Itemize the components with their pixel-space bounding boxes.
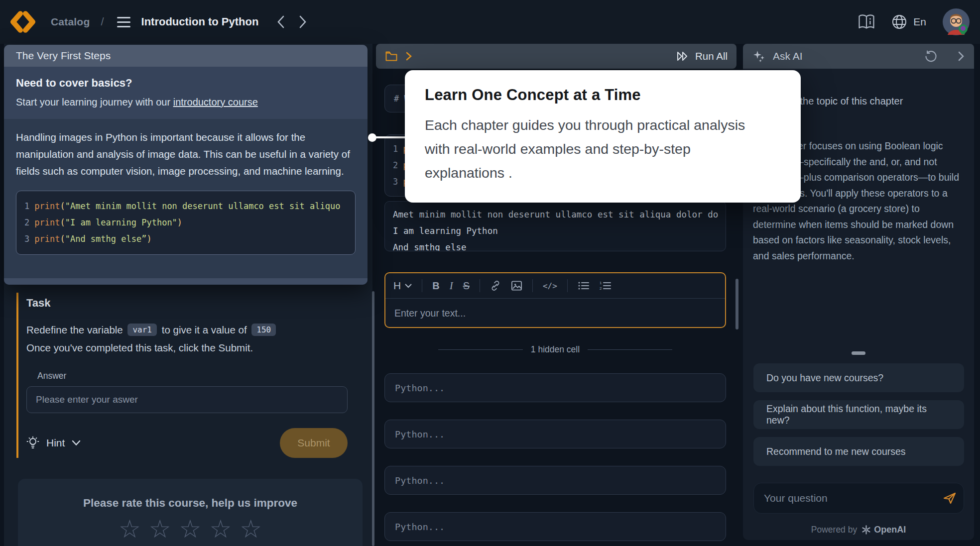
- brand-logo-icon[interactable]: [9, 10, 37, 33]
- notebook-scrollbar[interactable]: [735, 279, 738, 329]
- cell-output: Amet minim mollit non deserunt ullamco e…: [384, 201, 726, 251]
- basics-heading: Need to cover basics?: [16, 77, 356, 90]
- image-icon[interactable]: [511, 280, 522, 291]
- suggestion-chip[interactable]: Recommend to me new courses: [753, 437, 964, 466]
- theory-panel-scrollbar[interactable]: [372, 291, 374, 546]
- suggestion-chip[interactable]: Do you have new courses?: [753, 363, 964, 392]
- editor-toolbar: H B I S </>: [385, 273, 725, 299]
- var-chip: var1: [127, 324, 157, 336]
- language-switcher[interactable]: En: [891, 14, 926, 30]
- notebook-empty-cell[interactable]: Python...: [384, 420, 726, 448]
- drag-handle[interactable]: [852, 351, 865, 355]
- folder-icon[interactable]: [385, 50, 398, 62]
- notebook-toolbar: Run All: [376, 44, 736, 69]
- hidden-cell-divider[interactable]: 1 hidden cell: [384, 344, 726, 355]
- star-icon[interactable]: ☆: [119, 517, 141, 542]
- star-icon[interactable]: ☆: [209, 517, 232, 542]
- tour-connector-line: [371, 136, 405, 138]
- task-instruction: Redefine the variable var1 to give it a …: [26, 324, 365, 336]
- rich-text-editor: H B I S </>: [384, 272, 726, 328]
- output-line: Amet minim mollit non deserunt ullamco e…: [393, 207, 718, 223]
- chapters-menu-icon[interactable]: [117, 17, 130, 27]
- task-heading: Task: [26, 297, 365, 310]
- notebook-empty-cell[interactable]: Python...: [384, 466, 726, 495]
- breadcrumb-catalog[interactable]: Catalog: [51, 16, 90, 28]
- tour-connector-dot: [368, 133, 376, 142]
- course-rating-card: Please rate this course, help us improve…: [18, 479, 363, 546]
- task-section: Task Redefine the variable var1 to give …: [16, 293, 365, 458]
- hint-label: Hint: [46, 437, 65, 449]
- bullet-list-icon[interactable]: [578, 281, 590, 291]
- prev-chapter-button[interactable]: [275, 15, 286, 29]
- output-line: I am learning Python: [393, 223, 718, 239]
- card-footer-strip: [4, 278, 368, 285]
- next-chapter-button[interactable]: [297, 15, 308, 29]
- code-block-button[interactable]: </>: [543, 281, 557, 291]
- notebook-empty-cell[interactable]: Python...: [384, 373, 726, 402]
- task-instruction-2: Once you've completed this task, click t…: [26, 342, 365, 354]
- answer-label: Answer: [37, 371, 365, 381]
- rating-heading: Please rate this course, help us improve: [18, 497, 363, 510]
- editor-text-input[interactable]: [385, 299, 725, 328]
- code-line: 3print("And smthg else”): [24, 231, 347, 247]
- top-bar: Catalog / Introduction to Python: [0, 0, 980, 44]
- hint-button[interactable]: Hint: [26, 436, 81, 450]
- globe-icon: [891, 14, 907, 30]
- code-line: 2print("I am learning Python"): [24, 215, 347, 231]
- breadcrumb-separator: /: [101, 15, 104, 28]
- tooltip-body: Each chapter guides you through practica…: [425, 113, 773, 185]
- value-chip: 150: [251, 324, 276, 336]
- basics-callout: Need to cover basics? Start your learnin…: [4, 67, 368, 119]
- code-line: 1print("Amet minim mollit non deserunt u…: [24, 198, 347, 215]
- theory-code-block: 1print("Amet minim mollit non deserunt u…: [16, 191, 356, 255]
- numbered-list-icon[interactable]: 1 2: [600, 281, 612, 291]
- star-icon[interactable]: ☆: [179, 517, 202, 542]
- avatar[interactable]: [942, 8, 970, 36]
- collapse-panel-icon[interactable]: [957, 51, 965, 62]
- glossary-book-icon[interactable]: [858, 14, 875, 30]
- app-screen: Catalog / Introduction to Python: [0, 0, 980, 546]
- send-icon[interactable]: [942, 491, 957, 506]
- bold-button[interactable]: B: [432, 280, 439, 292]
- answer-input[interactable]: [26, 386, 348, 413]
- reset-chat-icon[interactable]: [924, 50, 937, 63]
- run-all-label: Run All: [695, 50, 728, 62]
- output-line: And smthg else: [393, 239, 718, 251]
- star-icon[interactable]: ☆: [149, 517, 171, 542]
- tooltip-title: Learn One Concept at a Time: [425, 86, 781, 104]
- hidden-cell-label: 1 hidden cell: [531, 344, 580, 355]
- powered-by: Powered by OpenAI: [743, 525, 974, 535]
- chapter-header: The Very First Steps: [4, 45, 368, 67]
- language-label: En: [913, 16, 926, 28]
- italic-button[interactable]: I: [450, 280, 453, 292]
- course-title: Introduction to Python: [141, 15, 259, 28]
- introductory-course-link[interactable]: introductory course: [173, 97, 258, 108]
- heading-dropdown[interactable]: H: [393, 280, 412, 292]
- notebook-empty-cell[interactable]: Python...: [384, 512, 726, 541]
- openai-logo-icon: [861, 525, 871, 535]
- star-rating: ☆ ☆ ☆ ☆ ☆: [18, 517, 363, 542]
- run-all-icon: [676, 50, 690, 62]
- basics-text: Start your learning journey with our: [16, 97, 173, 108]
- sparkles-icon: [752, 49, 766, 63]
- link-icon[interactable]: [490, 280, 501, 291]
- expand-chevron-icon[interactable]: [405, 51, 413, 61]
- question-input[interactable]: [753, 483, 964, 514]
- star-icon[interactable]: ☆: [240, 517, 262, 542]
- svg-text:1: 1: [600, 281, 602, 285]
- ask-ai-title: Ask AI: [773, 50, 803, 62]
- lightbulb-icon: [26, 436, 39, 450]
- strikethrough-button[interactable]: S: [463, 280, 470, 292]
- onboarding-tooltip: Learn One Concept at a Time Each chapter…: [405, 70, 801, 203]
- svg-text:2: 2: [600, 286, 602, 291]
- tutorial-step-card: The Very First Steps Need to cover basic…: [4, 45, 368, 285]
- submit-button[interactable]: Submit: [280, 428, 348, 458]
- chevron-down-icon: [72, 440, 81, 446]
- theory-paragraph: Handling images in Python is important b…: [16, 129, 356, 180]
- ask-ai-header: Ask AI: [743, 44, 974, 69]
- openai-brand: OpenAI: [874, 525, 906, 535]
- run-all-button[interactable]: Run All: [676, 50, 728, 62]
- suggestion-chip[interactable]: Explain about this function, maybe its n…: [753, 400, 964, 429]
